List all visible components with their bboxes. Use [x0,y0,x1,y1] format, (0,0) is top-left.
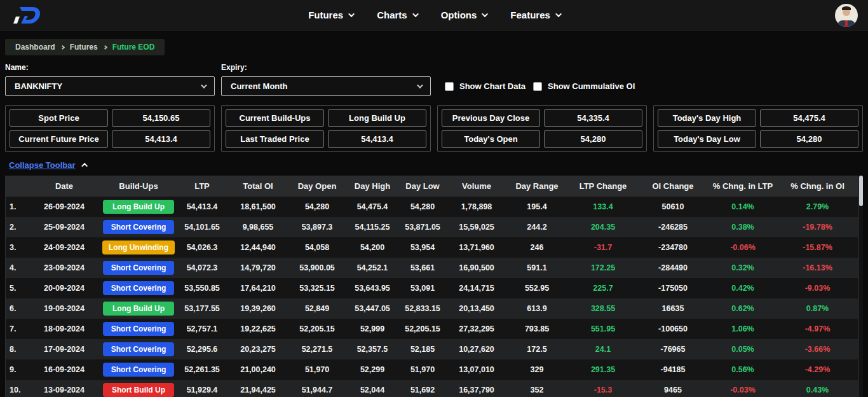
card-value: 54,280 [544,130,642,148]
cell-date: 13-09-2024 [27,386,101,394]
user-avatar[interactable] [835,4,858,27]
breadcrumb-dashboard[interactable]: Dashboard [15,43,55,52]
cell: -175050 [639,284,707,293]
buildup-badge: Long Build Up [103,302,174,316]
cell-buildup: Short Covering [101,342,176,356]
nav-options[interactable]: Options [441,10,487,20]
column-header[interactable]: Day Range [506,181,567,191]
expiry-select[interactable]: Current Month [221,76,431,96]
table-row[interactable]: 10.13-09-2024Short Build Up51,929.421,94… [6,380,863,397]
scrollbar-thumb[interactable] [859,176,863,206]
card-label: Spot Price [10,109,108,127]
name-select[interactable]: BANKNIFTY [5,76,215,96]
cell: -4.97% [778,324,857,333]
chevron-down-icon [412,11,419,17]
column-header[interactable]: Day Open [288,181,346,191]
card-label: Today's Day High [658,109,756,127]
column-header[interactable]: Day Low [398,181,447,191]
show-chart-data-checkbox[interactable]: Show Chart Data [445,81,526,91]
table-row[interactable]: 8.17-09-2024Short Covering52,295.620,23,… [6,339,863,359]
name-label: Name: [5,63,215,72]
table-row[interactable]: 2.25-09-2024Short Covering54,101.659,98,… [6,217,863,237]
breadcrumb-futures[interactable]: Futures [70,43,98,52]
cell: 20,23,275 [228,345,288,354]
card-label: Previous Day Close [442,109,540,127]
cell: -94185 [639,365,707,374]
show-cumulative-oi-checkbox[interactable]: Show Cummulative OI [533,81,635,91]
nav-futures[interactable]: Futures [308,10,353,20]
card-value: 54,335.4 [544,109,642,127]
cell-date: 20-09-2024 [27,284,101,293]
expiry-label: Expiry: [221,63,431,72]
column-header[interactable]: Volume [447,181,506,191]
row-index: 7. [6,324,27,333]
main-menu: Futures Charts Options Features [308,10,560,20]
cell: 53,550.85 [176,284,228,293]
column-header[interactable]: LTP [176,181,228,191]
expiry-field: Expiry: Current Month [221,63,431,96]
cell: -0.06% [707,243,778,252]
cell: 52,295.6 [176,345,228,354]
table-row[interactable]: 1.26-09-2024Long Build Up54,413.418,61,5… [6,197,863,217]
breadcrumb: Dashboard Futures Future EOD [5,39,165,55]
cell: 18,61,500 [228,202,288,211]
column-header[interactable]: OI Change [639,181,707,191]
chevron-down-icon [348,11,355,17]
expiry-select-value: Current Month [231,81,288,91]
cell: 13,07,010 [447,365,506,374]
checkbox-icon[interactable] [533,82,542,91]
row-index: 6. [6,304,27,313]
cell: 12,44,940 [228,243,288,252]
cell: 54,413.4 [176,202,228,211]
table-scrollbar[interactable] [858,176,863,397]
chevron-down-icon [201,82,207,88]
buildup-badge: Short Covering [103,261,174,275]
card-label: Last Traded Price [226,130,324,148]
nav-charts[interactable]: Charts [377,10,417,20]
collapse-toolbar-link[interactable]: Collapse Toolbar [9,160,76,170]
cell: 54,058 [288,243,346,252]
app-logo-icon[interactable] [10,4,43,27]
cell: 53,091 [398,284,447,293]
cell: 16635 [639,304,707,313]
card-label: Current Future Price [10,130,108,148]
column-header[interactable]: % Chng. in OI [778,181,857,191]
cell: 51,970 [398,365,447,374]
cell: 52,271.5 [288,345,346,354]
column-header[interactable]: Total OI [228,181,288,191]
checkbox-icon[interactable] [445,82,454,91]
cell: -100650 [639,324,707,333]
column-header[interactable]: % Chng. in LTP [707,181,778,191]
column-header[interactable]: Build-Ups [101,181,176,191]
cell: 1,78,898 [447,202,506,211]
card-group-2: Previous Day Close54,335.4Today's Open54… [437,105,647,152]
column-header[interactable]: Day High [346,181,398,191]
name-select-value: BANKNIFTY [15,81,62,91]
row-index: 4. [6,263,27,272]
cell: 52,205.15 [288,324,346,333]
cell: 2.79% [778,202,857,211]
buildup-badge: Short Covering [103,322,174,336]
table-row[interactable]: 6.19-09-2024Long Build Up53,177.5519,39,… [6,298,863,319]
table-row[interactable]: 5.20-09-2024Short Covering53,550.8517,64… [6,278,863,298]
card-value: 54,280 [760,130,858,148]
buildup-badge: Short Covering [103,281,174,295]
cell: 27,32,295 [447,324,506,333]
buildup-badge: Long Unwinding [102,240,175,254]
table-row[interactable]: 4.23-09-2024Short Covering54,072.314,79,… [6,258,863,278]
card-label: Current Build-Ups [226,109,324,127]
column-header[interactable]: Date [27,181,101,191]
column-header[interactable]: LTP Change [567,181,639,191]
cell: 0.87% [778,304,857,313]
row-index: 5. [6,284,27,293]
table-row[interactable]: 3.24-09-2024Long Unwinding54,026.312,44,… [6,237,863,258]
nav-features[interactable]: Features [510,10,560,20]
row-index: 10. [6,386,27,394]
cell-buildup: Long Build Up [101,200,176,214]
cell: 0.32% [707,263,778,272]
table-row[interactable]: 7.18-09-2024Short Covering52,757.119,22,… [6,319,863,339]
table-row[interactable]: 9.16-09-2024Short Covering52,261.3521,00… [6,359,863,380]
summary-cards: Spot Price54,150.65Current Future Price5… [5,105,863,152]
card-value: 54,150.65 [112,109,210,127]
cell: 0.56% [707,365,778,374]
